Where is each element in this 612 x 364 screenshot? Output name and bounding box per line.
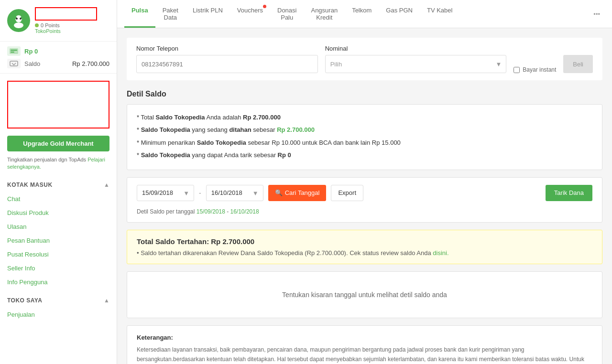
wallet-row: Rp 0 — [7, 46, 109, 56]
date-from-link[interactable]: 15/09/2018 — [197, 208, 225, 215]
svg-rect-7 — [10, 48, 18, 54]
profile-name-input[interactable] — [35, 7, 97, 21]
tab-vouchers[interactable]: Vouchers — [230, 0, 270, 28]
tab-pulsa[interactable]: Pulsa — [124, 0, 155, 28]
warning-box: Total Saldo Tertahan: Rp 2.700.000 • Sal… — [127, 230, 602, 264]
tab-tv-kabel[interactable]: TV Kabel — [420, 0, 459, 28]
instant-label: Bayar instant — [523, 66, 556, 73]
kotak-masuk-header: KOTAK MASUK ▲ — [7, 182, 109, 188]
date-filter-row: 15/09/2018 ▼ - 16/10/2018 ▼ 🔍 Cari Tangg… — [127, 177, 602, 223]
keterangan-body: Ketersediaan layanan transaksi, baik pem… — [137, 345, 592, 364]
sidebar-wallet: Rp 0 Saldo Rp 2.700.000 — [0, 42, 117, 74]
warning-body: • Saldo tertahan dikarenakan Review Dana… — [137, 249, 592, 257]
svg-rect-8 — [11, 50, 17, 51]
avatar — [7, 9, 30, 32]
detil-saldo-title: Detil Saldo — [127, 90, 602, 98]
date-to-link[interactable]: 16/10/2018 — [230, 208, 259, 215]
kotak-masuk-chevron-icon[interactable]: ▲ — [104, 182, 109, 188]
export-button[interactable]: Export — [331, 185, 363, 201]
svg-rect-9 — [11, 52, 14, 53]
instant-checkbox[interactable] — [514, 67, 520, 73]
empty-state-text: Tentukan kisaran tanggal untuk melihat d… — [282, 291, 447, 299]
sidebar-item-chat[interactable]: Chat — [7, 192, 109, 206]
date-from-select[interactable]: 15/09/2018 — [137, 185, 194, 201]
info-line-2: * Saldo Tokopedia yang sedang ditahan se… — [137, 124, 592, 135]
tab-telkom[interactable]: Telkom — [345, 0, 379, 28]
tab-donasi-palu[interactable]: DonasiPalu — [270, 0, 304, 28]
wallet-amount: Rp 0 — [24, 48, 38, 55]
wallet-icon — [7, 46, 21, 56]
phone-input[interactable] — [136, 55, 318, 73]
main-content: Pulsa PaketData Listrik PLN Vouchers Don… — [117, 0, 612, 364]
toko-saya-chevron-icon[interactable]: ▲ — [104, 297, 109, 304]
nominal-label: Nominal — [325, 45, 507, 52]
nominal-form-group: Nominal Pilih ▼ — [325, 45, 507, 73]
points-text: 0 Points — [41, 22, 60, 28]
saldo-icon — [7, 59, 21, 68]
toko-points-label: TokoPoints — [35, 28, 109, 34]
sidebar-item-pesan-bantuan[interactable]: Pesan Bantuan — [7, 234, 109, 247]
sidebar-item-penjualan[interactable]: Penjualan — [7, 308, 109, 321]
warning-link[interactable]: disini. — [433, 249, 448, 257]
info-line-4: * Saldo Tokopedia yang dapat Anda tarik … — [137, 150, 592, 161]
saldo-row: Saldo Rp 2.700.000 — [7, 59, 109, 68]
detil-info-box: * Total Saldo Tokopedia Anda adalah Rp 2… — [127, 104, 602, 170]
sidebar-section-kotak-masuk: KOTAK MASUK ▲ Chat Diskusi Produk Ulasan… — [0, 176, 117, 291]
tab-gas-pgn[interactable]: Gas PGN — [379, 0, 420, 28]
toko-saya-title: TOKO SAYA — [7, 297, 42, 304]
sidebar-item-info-pengguna[interactable]: Info Pengguna — [7, 275, 109, 289]
svg-point-4 — [16, 18, 18, 20]
sidebar: 0 Points TokoPoints Rp 0 — [0, 0, 117, 364]
saldo-label: Saldo — [24, 60, 68, 67]
pulsa-form: Nomor Telepon Nominal Pilih ▼ Bayar inst… — [127, 38, 602, 80]
svg-point-5 — [20, 18, 22, 20]
sidebar-profile: 0 Points TokoPoints — [0, 7, 117, 42]
date-from-wrap: 15/09/2018 ▼ — [137, 185, 194, 201]
sidebar-section-toko-saya: TOKO SAYA ▲ Penjualan — [0, 291, 117, 324]
sidebar-item-ulasan[interactable]: Ulasan — [7, 220, 109, 234]
beli-button[interactable]: Beli — [563, 55, 593, 73]
sidebar-item-pusat-resolusi[interactable]: Pusat Resolusi — [7, 247, 109, 261]
info-line-3: * Minimum penarikan Saldo Tokopedia sebe… — [137, 137, 592, 148]
phone-label: Nomor Telepon — [136, 45, 318, 52]
tarik-dana-button[interactable]: Tarik Dana — [546, 185, 592, 201]
phone-form-group: Nomor Telepon — [136, 45, 318, 73]
date-info: Detil Saldo per tanggal 15/09/2018 - 16/… — [137, 208, 592, 215]
nominal-select[interactable]: Pilih — [325, 55, 507, 73]
svg-point-6 — [14, 22, 23, 28]
sidebar-item-seller-info[interactable]: Seller Info — [7, 261, 109, 275]
date-separator: - — [199, 189, 201, 197]
keterangan-title: Keterangan: — [137, 333, 592, 343]
detil-saldo-section: Detil Saldo * Total Saldo Tokopedia Anda… — [127, 90, 602, 364]
avatar-container — [7, 9, 30, 32]
cari-tanggal-button[interactable]: 🔍 Cari Tanggal — [268, 185, 327, 201]
content-area: Nomor Telepon Nominal Pilih ▼ Bayar inst… — [117, 28, 612, 364]
points-indicator — [35, 23, 39, 27]
date-to-select[interactable]: 16/10/2018 — [206, 185, 263, 201]
empty-state: Tentukan kisaran tanggal untuk melihat d… — [127, 271, 602, 318]
kotak-masuk-title: KOTAK MASUK — [7, 182, 53, 188]
tab-angsuran-kredit[interactable]: AngsuranKredit — [304, 0, 345, 28]
upgrade-gold-merchant-button[interactable]: Upgrade Gold Merchant — [7, 136, 109, 151]
tab-paket-data[interactable]: PaketData — [155, 0, 186, 28]
saldo-value: Rp 2.700.000 — [72, 60, 109, 67]
warning-title: Total Saldo Tertahan: Rp 2.700.000 — [137, 237, 592, 246]
tabs-bar: Pulsa PaketData Listrik PLN Vouchers Don… — [117, 0, 612, 28]
search-icon: 🔍 — [275, 189, 283, 196]
instant-form-group: Bayar instant — [514, 66, 556, 73]
sidebar-banner — [7, 81, 109, 128]
toko-saya-header: TOKO SAYA ▲ — [7, 297, 109, 304]
tab-listrik-pln[interactable]: Listrik PLN — [186, 0, 230, 28]
upgrade-description: Tingkatkan penjualan dgn TopAds Pelajari… — [0, 156, 117, 176]
nominal-select-wrap: Pilih ▼ — [325, 55, 507, 73]
profile-info: 0 Points TokoPoints — [35, 7, 109, 34]
tabs-more-button[interactable]: ••• — [589, 0, 605, 28]
date-to-wrap: 16/10/2018 ▼ — [206, 185, 263, 201]
sidebar-item-diskusi-produk[interactable]: Diskusi Produk — [7, 206, 109, 220]
more-dots-icon: ••• — [593, 11, 600, 18]
info-line-1: * Total Saldo Tokopedia Anda adalah Rp 2… — [137, 112, 592, 123]
vouchers-dot-indicator — [263, 5, 266, 8]
keterangan-section: Keterangan: Ketersediaan layanan transak… — [127, 325, 602, 364]
